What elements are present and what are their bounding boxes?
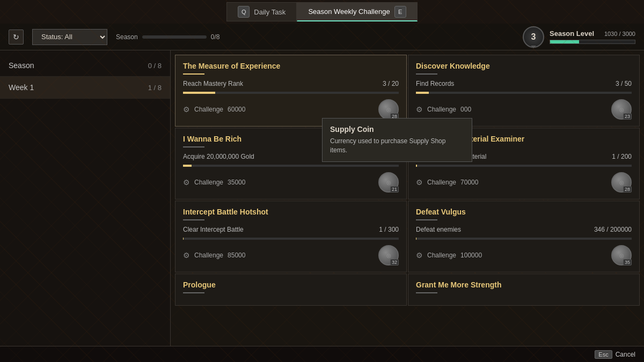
reward-coin-measure-of-experience: ◎	[378, 99, 399, 120]
tab-daily-task[interactable]: Q Daily Task	[226, 2, 297, 21]
challenge-card-intercept-battle-hotshot[interactable]: Intercept Battle Hotshot Clear Intercept…	[175, 201, 407, 272]
challenge-points-amorphous-material-examiner: 70000	[460, 179, 478, 186]
task-progress: 1 / 300	[379, 226, 399, 233]
challenge-points-discover-knowledge: 000	[460, 106, 471, 113]
progress-bar-defeat-vulgus	[416, 238, 632, 240]
task-progress: 3 / 20	[383, 80, 399, 87]
gear-icon: ⚙	[183, 178, 190, 187]
main-container: Q Daily Task Season Weekly Challenge E ↻…	[0, 0, 644, 362]
tabs-bar: Q Daily Task Season Weekly Challenge E	[0, 0, 644, 24]
daily-task-label: Daily Task	[254, 8, 286, 16]
progress-bar-measure-of-experience	[183, 92, 399, 94]
challenge-title-defeat-vulgus: Defeat Vulgus	[416, 208, 632, 216]
challenge-points-measure-of-experience: 60000	[228, 106, 245, 113]
progress-fill-measure-of-experience	[183, 92, 215, 94]
challenge-title-grant-me-more-strength: Grant Me More Strength	[416, 280, 632, 289]
challenge-footer-measure-of-experience: ⚙ Challenge 60000 ◎	[183, 99, 399, 120]
progress-fill-i-wanna-be-rich	[183, 165, 192, 167]
gear-icon: ⚙	[416, 251, 423, 260]
challenge-points-intercept-battle-hotshot: 85000	[228, 252, 245, 259]
challenge-title-intercept-battle-hotshot: Intercept Battle Hotshot	[183, 208, 399, 216]
progress-fill-defeat-vulgus	[416, 238, 416, 240]
task-label: Find Records	[416, 80, 454, 87]
e-key: E	[394, 6, 406, 18]
challenge-footer-intercept-battle-hotshot: ⚙ Challenge 85000 ◎	[183, 245, 399, 265]
challenge-task-discover-knowledge: Find Records 3 / 50	[416, 80, 632, 87]
challenge-task-measure-of-experience: Reach Mastery Rank 3 / 20	[183, 80, 399, 87]
season-badge: 3	[523, 26, 544, 48]
challenge-title-measure-of-experience: The Measure of Experience	[183, 62, 399, 70]
challenge-points-i-wanna-be-rich: 35000	[228, 179, 245, 186]
supply-coin-tooltip: Supply Coin Currency used to purchase Su…	[322, 118, 472, 162]
challenge-card-measure-of-experience[interactable]: The Measure of Experience Reach Mastery …	[175, 55, 407, 127]
q-key: Q	[238, 6, 250, 18]
challenge-label-i-wanna-be-rich: Challenge	[194, 179, 223, 186]
challenge-divider-defeat-vulgus	[416, 219, 437, 220]
reward-coin-defeat-vulgus: ◎	[611, 245, 632, 265]
progress-bar-i-wanna-be-rich	[183, 165, 399, 167]
challenge-divider-i-wanna-be-rich	[183, 146, 204, 147]
task-progress: 346 / 200000	[594, 226, 632, 233]
progress-fill-discover-knowledge	[416, 92, 429, 94]
gear-icon: ⚙	[416, 105, 423, 114]
challenge-title-prologue: Prologue	[183, 280, 399, 289]
challenge-title-discover-knowledge: Discover Knowledge	[416, 62, 632, 70]
task-label: Reach Mastery Rank	[183, 80, 243, 87]
challenge-label-measure-of-experience: Challenge	[194, 106, 223, 113]
task-label: Acquire 20,000,000 Gold	[183, 153, 254, 160]
challenge-card-defeat-vulgus[interactable]: Defeat Vulgus Defeat enemies 346 / 20000…	[408, 201, 640, 272]
challenge-label-amorphous-material-examiner: Challenge	[427, 179, 456, 186]
challenge-label-discover-knowledge: Challenge	[427, 106, 456, 113]
challenge-card-grant-me-more-strength[interactable]: Grant Me More Strength	[408, 274, 640, 306]
reward-coin-amorphous-material-examiner: ◎	[611, 172, 632, 193]
challenge-divider-grant-me-more-strength	[416, 292, 437, 293]
challenge-divider-prologue	[183, 292, 204, 293]
challenge-card-discover-knowledge[interactable]: Discover Knowledge Find Records 3 / 50 ⚙…	[408, 55, 640, 127]
challenge-footer-amorphous-material-examiner: ⚙ Challenge 70000 ◎	[416, 172, 632, 193]
challenge-footer-discover-knowledge: ⚙ Challenge 000 ◎	[416, 99, 632, 120]
tab-weekly-challenge[interactable]: Season Weekly Challenge E	[297, 2, 417, 21]
weekly-challenge-label: Season Weekly Challenge	[308, 8, 390, 16]
reward-coin-i-wanna-be-rich: ◎	[378, 172, 399, 193]
task-label: Defeat enemies	[416, 226, 461, 233]
task-progress: 3 / 50	[616, 80, 632, 87]
progress-fill-amorphous-material-examiner	[416, 165, 417, 167]
gear-icon: ⚙	[416, 178, 423, 187]
progress-fill-intercept-battle-hotshot	[183, 238, 184, 240]
gear-icon: ⚙	[183, 251, 190, 260]
reward-coin-intercept-battle-hotshot: ◎	[378, 245, 399, 265]
challenge-label-defeat-vulgus: Challenge	[427, 252, 456, 259]
challenge-divider-measure-of-experience	[183, 73, 204, 75]
reward-coin-discover-knowledge: ◎	[611, 99, 632, 120]
gear-icon: ⚙	[183, 105, 190, 114]
challenge-label-intercept-battle-hotshot: Challenge	[194, 252, 223, 259]
challenge-footer-i-wanna-be-rich: ⚙ Challenge 35000 ◎	[183, 172, 399, 193]
task-label: Clear Intercept Battle	[183, 226, 244, 233]
tooltip-title: Supply Coin	[330, 125, 464, 134]
challenge-points-defeat-vulgus: 100000	[460, 252, 482, 259]
progress-bar-amorphous-material-examiner	[416, 165, 632, 167]
challenge-card-prologue[interactable]: Prologue	[175, 274, 407, 306]
challenge-task-intercept-battle-hotshot: Clear Intercept Battle 1 / 300	[183, 226, 399, 233]
challenge-footer-defeat-vulgus: ⚙ Challenge 100000 ◎	[416, 245, 632, 265]
tooltip-description: Currency used to purchase Supply Shop it…	[330, 137, 464, 155]
season-badge-number: 3	[531, 32, 536, 42]
progress-bar-intercept-battle-hotshot	[183, 238, 399, 240]
challenge-divider-intercept-battle-hotshot	[183, 219, 204, 220]
progress-bar-discover-knowledge	[416, 92, 632, 94]
challenge-divider-discover-knowledge	[416, 73, 437, 75]
task-progress: 1 / 200	[612, 153, 632, 160]
challenge-task-defeat-vulgus: Defeat enemies 346 / 200000	[416, 226, 632, 233]
